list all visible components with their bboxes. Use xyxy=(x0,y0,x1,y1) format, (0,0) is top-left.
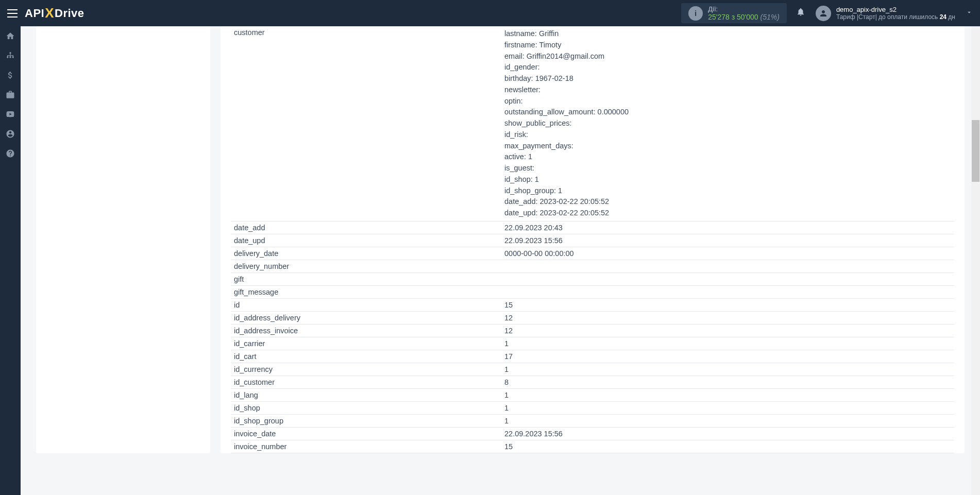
logo-text-api: API xyxy=(25,7,44,20)
user-plan: Тариф |Старт| до оплати лишилось 24 дн xyxy=(836,13,955,21)
table-row: id_lang1 xyxy=(231,388,954,401)
user-menu[interactable]: demo_apix-drive_s2 Тариф |Старт| до опла… xyxy=(816,6,973,21)
table-row: id_carrier1 xyxy=(231,337,954,350)
field-key: delivery_date xyxy=(231,247,501,260)
field-key: id_address_delivery xyxy=(231,311,501,324)
scrollbar-thumb[interactable] xyxy=(972,120,979,182)
field-key: id_shop xyxy=(231,401,501,414)
field-key: gift_message xyxy=(231,285,501,298)
field-value: 17 xyxy=(501,350,954,363)
table-row: id_customer8 xyxy=(231,375,954,388)
table-row: delivery_number xyxy=(231,260,954,272)
table-row: date_add22.09.2023 20:43 xyxy=(231,221,954,234)
field-key: date_upd xyxy=(231,234,501,247)
field-key: id_cart xyxy=(231,350,501,363)
table-row: id_shop_group1 xyxy=(231,414,954,427)
field-value: 0000-00-00 00:00:00 xyxy=(501,247,954,260)
field-key: id_shop_group xyxy=(231,414,501,427)
svg-rect-9 xyxy=(7,55,8,57)
field-value: 15 xyxy=(501,298,954,311)
logo-text-x: X xyxy=(45,5,54,21)
svg-rect-0 xyxy=(7,9,18,10)
app-header: APIXDrive i Дії: 25'278 з 50'000 (51%) d… xyxy=(0,0,980,26)
field-value: 8 xyxy=(501,375,954,388)
logo-text-drive: Drive xyxy=(55,7,85,20)
chevron-down-icon xyxy=(966,9,973,18)
field-value: 22.09.2023 15:56 xyxy=(501,234,954,247)
sidebar-item-home[interactable] xyxy=(0,26,21,46)
svg-rect-11 xyxy=(13,55,13,57)
field-key: gift xyxy=(231,272,501,285)
page-scrollbar[interactable] xyxy=(971,26,980,453)
left-panel xyxy=(36,26,210,453)
field-key: customer xyxy=(231,26,501,221)
field-key: invoice_number xyxy=(231,440,501,453)
table-row: invoice_number15 xyxy=(231,440,954,453)
user-info: demo_apix-drive_s2 Тариф |Старт| до опла… xyxy=(836,6,955,21)
info-icon: i xyxy=(688,6,703,21)
field-key: id_currency xyxy=(231,363,501,375)
table-row: gift xyxy=(231,272,954,285)
field-value xyxy=(501,285,954,298)
field-key: id_address_invoice xyxy=(231,324,501,337)
svg-rect-10 xyxy=(10,55,10,57)
table-row: id_cart17 xyxy=(231,350,954,363)
field-key: invoice_date xyxy=(231,427,501,440)
actions-counter[interactable]: i Дії: 25'278 з 50'000 (51%) xyxy=(681,3,787,23)
field-key: delivery_number xyxy=(231,260,501,272)
app-logo[interactable]: APIXDrive xyxy=(25,5,85,21)
table-row: customerlastname: Griffinfirstname: Timo… xyxy=(231,26,954,221)
field-value: 1 xyxy=(501,401,954,414)
field-value: 1 xyxy=(501,337,954,350)
sidebar xyxy=(0,26,21,453)
menu-toggle-button[interactable] xyxy=(7,9,18,18)
field-value xyxy=(501,260,954,272)
main-content: customerlastname: Griffinfirstname: Timo… xyxy=(21,26,980,453)
field-value: 12 xyxy=(501,324,954,337)
field-value: 1 xyxy=(501,388,954,401)
field-value: 1 xyxy=(501,414,954,427)
field-value: 22.09.2023 15:56 xyxy=(501,427,954,440)
sidebar-item-billing[interactable] xyxy=(0,65,21,85)
field-key: id_lang xyxy=(231,388,501,401)
field-value: lastname: Griffinfirstname: Timotyemail:… xyxy=(501,26,954,221)
sidebar-item-connections[interactable] xyxy=(0,46,21,65)
table-row: date_upd22.09.2023 15:56 xyxy=(231,234,954,247)
svg-rect-1 xyxy=(7,13,18,14)
user-name: demo_apix-drive_s2 xyxy=(836,6,955,13)
field-key: id xyxy=(231,298,501,311)
table-row: invoice_date22.09.2023 15:56 xyxy=(231,427,954,440)
field-value: 15 xyxy=(501,440,954,453)
table-row: id_address_delivery12 xyxy=(231,311,954,324)
field-value: 12 xyxy=(501,311,954,324)
table-row: id_shop1 xyxy=(231,401,954,414)
field-value xyxy=(501,272,954,285)
right-panel: customerlastname: Griffinfirstname: Timo… xyxy=(221,26,965,453)
sidebar-item-briefcase[interactable] xyxy=(0,85,21,105)
field-value: 1 xyxy=(501,363,954,375)
table-row: id15 xyxy=(231,298,954,311)
notifications-button[interactable] xyxy=(796,7,805,19)
sidebar-item-help[interactable] xyxy=(0,144,21,163)
data-table: customerlastname: Griffinfirstname: Timo… xyxy=(231,26,954,453)
table-row: gift_message xyxy=(231,285,954,298)
table-row: delivery_date0000-00-00 00:00:00 xyxy=(231,247,954,260)
field-key: date_add xyxy=(231,221,501,234)
field-value: 22.09.2023 20:43 xyxy=(501,221,954,234)
sidebar-item-account[interactable] xyxy=(0,124,21,144)
svg-rect-7 xyxy=(10,54,10,56)
sidebar-item-video[interactable] xyxy=(0,105,21,124)
svg-rect-2 xyxy=(7,16,18,18)
actions-nums: 25'278 з 50'000 (51%) xyxy=(708,13,780,21)
field-key: id_carrier xyxy=(231,337,501,350)
field-key: id_customer xyxy=(231,375,501,388)
actions-label: Дії: xyxy=(708,5,780,13)
table-row: id_address_invoice12 xyxy=(231,324,954,337)
avatar-icon xyxy=(816,6,831,21)
table-row: id_currency1 xyxy=(231,363,954,375)
